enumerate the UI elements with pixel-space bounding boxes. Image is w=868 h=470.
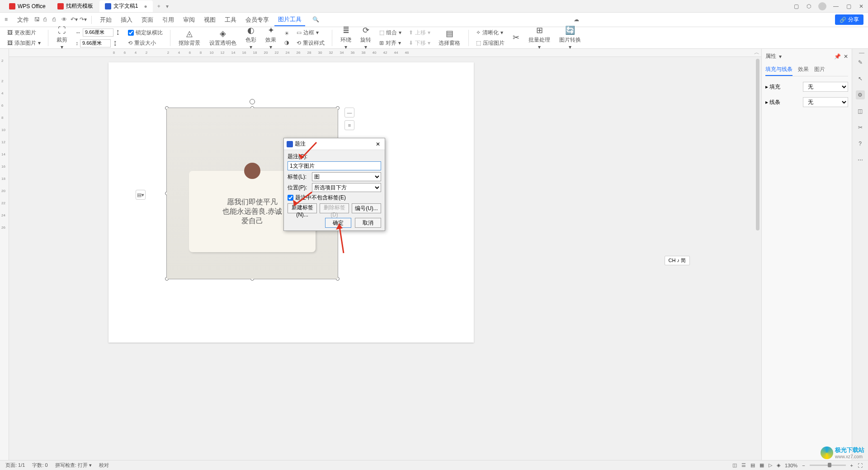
spell-check-status[interactable]: 拼写检查: 打开 ▾ bbox=[55, 462, 92, 469]
line-select[interactable]: 无 bbox=[803, 97, 848, 107]
menu-picture-tools[interactable]: 图片工具 bbox=[274, 14, 305, 26]
border-button[interactable]: ▭边框▾ bbox=[295, 28, 326, 38]
cube-icon[interactable]: ⬡ bbox=[806, 3, 812, 9]
menu-member[interactable]: 会员专享 bbox=[242, 14, 273, 26]
maximize-icon[interactable]: ▢ bbox=[845, 3, 852, 9]
width-input[interactable] bbox=[83, 28, 113, 37]
wrap-button[interactable]: ≣环绕▾ bbox=[338, 24, 354, 51]
label-select[interactable]: 图 bbox=[312, 172, 381, 181]
convert-button[interactable]: 🔄图片转换▾ bbox=[557, 24, 584, 51]
color-button[interactable]: ◐色彩▾ bbox=[243, 24, 259, 51]
settings-icon[interactable]: ⚙ bbox=[856, 90, 865, 99]
layout-options-button[interactable]: ▤▾ bbox=[136, 190, 146, 200]
share-button[interactable]: 🔗 分享 bbox=[835, 14, 863, 25]
ribbon-collapse-icon[interactable]: ︿ bbox=[753, 49, 760, 56]
stepper-icon[interactable]: ⭥ bbox=[115, 29, 121, 36]
window-icon[interactable]: ▢ bbox=[793, 3, 799, 9]
dialog-close-icon[interactable]: ✕ bbox=[374, 140, 382, 148]
zoom-value[interactable]: 130% bbox=[785, 463, 797, 468]
scroll-thumb[interactable] bbox=[756, 59, 760, 230]
cancel-button[interactable]: 取消 bbox=[355, 218, 381, 228]
menu-reference[interactable]: 引用 bbox=[159, 14, 178, 26]
selection-pane-button[interactable]: ▤选择窗格 bbox=[436, 28, 463, 48]
new-label-button[interactable]: 新建标签(N)... bbox=[288, 203, 317, 213]
new-tab-button[interactable]: + bbox=[154, 3, 164, 9]
more-icon[interactable]: ⋯ bbox=[856, 155, 865, 164]
brightness-button[interactable]: ☀ bbox=[283, 29, 291, 38]
close-panel-icon[interactable]: ✕ bbox=[844, 53, 848, 60]
effect-button[interactable]: ✦效果▾ bbox=[263, 24, 279, 51]
dialog-titlebar[interactable]: 题注 ✕ bbox=[284, 138, 385, 150]
tab-effect[interactable]: 效果 bbox=[798, 64, 809, 76]
crop-button[interactable]: ⛶裁剪▾ bbox=[54, 25, 70, 51]
align-button[interactable]: ⊞对齐▾ bbox=[377, 38, 403, 48]
minimize-panel-icon[interactable]: — bbox=[859, 50, 864, 56]
tab-close-icon[interactable]: ● bbox=[144, 3, 147, 9]
minimize-icon[interactable]: — bbox=[833, 3, 839, 9]
pin-icon[interactable]: 📌 bbox=[834, 53, 841, 60]
ok-button[interactable]: 确定 bbox=[325, 218, 351, 228]
avatar-icon[interactable] bbox=[818, 2, 826, 10]
close-icon[interactable]: ✕ bbox=[858, 3, 864, 9]
menu-icon[interactable]: ≡ bbox=[5, 16, 12, 24]
layers-icon[interactable]: ◫ bbox=[856, 107, 865, 116]
chevron-down-icon[interactable]: ▾ bbox=[779, 53, 782, 60]
menu-review[interactable]: 审阅 bbox=[179, 14, 198, 26]
move-up-button[interactable]: ⬆上移▾ bbox=[407, 28, 432, 38]
menu-page[interactable]: 页面 bbox=[138, 14, 157, 26]
lock-ratio-checkbox[interactable] bbox=[128, 30, 134, 36]
page-status[interactable]: 页面: 1/1 bbox=[5, 462, 25, 469]
undo-icon[interactable]: ↶▾ bbox=[71, 16, 78, 24]
menu-tools[interactable]: 工具 bbox=[221, 14, 240, 26]
move-down-button[interactable]: ⬇下移▾ bbox=[407, 38, 432, 48]
numbering-button[interactable]: 编号(U)... bbox=[352, 203, 381, 213]
contrast-button[interactable]: ◑ bbox=[283, 38, 291, 47]
tab-fill-line[interactable]: 填充与线条 bbox=[765, 64, 793, 76]
cursor-icon[interactable]: ↖ bbox=[856, 74, 865, 83]
proof-status[interactable]: 校对 bbox=[99, 462, 109, 469]
collapse-button[interactable]: — bbox=[344, 108, 354, 118]
reset-style-button[interactable]: ⟲重设样式 bbox=[295, 38, 326, 48]
tab-menu-button[interactable]: ▾ bbox=[164, 3, 170, 9]
preview-icon[interactable]: 👁 bbox=[61, 16, 69, 24]
zoom-in-icon[interactable]: + bbox=[850, 463, 853, 468]
zoom-out-icon[interactable]: − bbox=[802, 463, 805, 468]
position-select[interactable]: 所选项目下方 bbox=[312, 183, 381, 192]
search-icon[interactable]: 🔍 bbox=[312, 16, 320, 24]
view-icon[interactable]: ▷ bbox=[769, 462, 772, 468]
fill-select[interactable]: 无 bbox=[803, 82, 848, 92]
remove-bg-button[interactable]: ◬抠除背景 bbox=[176, 28, 203, 48]
redo-icon[interactable]: ↷▾ bbox=[80, 16, 87, 24]
view-icon[interactable]: ☰ bbox=[741, 462, 746, 468]
fullscreen-icon[interactable]: ⛶ bbox=[858, 463, 863, 468]
view-icon[interactable]: ▦ bbox=[760, 462, 764, 468]
compress-button[interactable]: ⬚压缩图片 bbox=[474, 38, 506, 48]
template-tab[interactable]: 找稻壳模板 bbox=[52, 0, 99, 12]
view-icon[interactable]: ▤ bbox=[750, 462, 755, 468]
print-icon[interactable]: ⎙ bbox=[52, 16, 60, 24]
menu-view[interactable]: 视图 bbox=[200, 14, 219, 26]
save-icon[interactable]: 🖫 bbox=[34, 16, 42, 24]
rotate-handle[interactable] bbox=[250, 99, 255, 104]
ime-badge[interactable]: CH ♪ 简 bbox=[665, 256, 690, 265]
app-tab[interactable]: WPS Office bbox=[4, 0, 51, 12]
menu-insert[interactable]: 插入 bbox=[117, 14, 136, 26]
layout-button[interactable]: ≡ bbox=[344, 120, 354, 130]
view-icon[interactable]: ◫ bbox=[732, 462, 737, 468]
document-tab[interactable]: 文字文稿1 ● bbox=[99, 0, 153, 12]
set-transparent-button[interactable]: ◈设置透明色 bbox=[207, 28, 239, 48]
export-icon[interactable]: ⎙ bbox=[43, 16, 51, 24]
reset-size-button[interactable]: ⟲重设大小 bbox=[126, 38, 165, 48]
tools-icon[interactable]: ✂ bbox=[856, 123, 865, 132]
exclude-label-checkbox[interactable] bbox=[288, 195, 293, 201]
batch-button[interactable]: ⊞批量处理▾ bbox=[526, 24, 553, 51]
cloud-icon[interactable]: ☁ bbox=[574, 16, 581, 24]
view-icon[interactable]: ◈ bbox=[777, 462, 780, 468]
rotate-button[interactable]: ⟳旋转▾ bbox=[358, 24, 374, 51]
menu-start[interactable]: 开始 bbox=[96, 14, 115, 26]
combine-button[interactable]: ⬚组合▾ bbox=[377, 28, 403, 38]
caption-input[interactable] bbox=[288, 161, 381, 170]
crop-tool-button[interactable]: ✂ bbox=[510, 32, 522, 44]
vertical-scrollbar[interactable] bbox=[756, 59, 760, 451]
help-icon[interactable]: ? bbox=[856, 139, 865, 148]
